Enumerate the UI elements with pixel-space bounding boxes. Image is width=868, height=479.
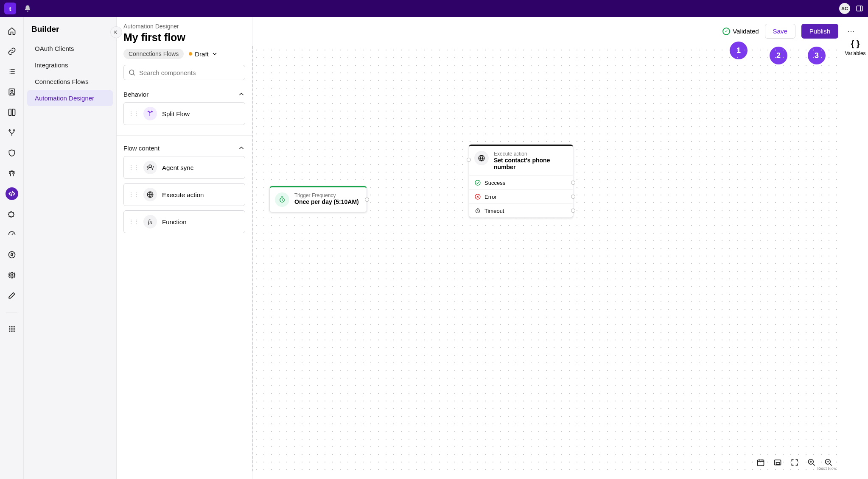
canvas-area: ✓ Validated Save Publish ⋯ 1 2 3 { } Var…	[252, 17, 868, 479]
component-label: Agent sync	[162, 164, 193, 171]
svg-rect-8	[13, 326, 14, 327]
calendar-icon[interactable]	[756, 458, 765, 467]
rail-merge-icon[interactable]	[6, 126, 18, 139]
component-label: Function	[162, 218, 187, 226]
save-button[interactable]: Save	[765, 24, 795, 39]
collapse-sidebar-button[interactable]	[110, 26, 122, 38]
svg-rect-13	[11, 331, 12, 332]
outcome-label: Success	[484, 180, 505, 186]
outcome-success[interactable]: Success	[469, 175, 573, 189]
sidebar-item-label: Integrations	[35, 61, 68, 69]
chevron-up-icon	[238, 90, 245, 98]
fullscreen-icon[interactable]	[790, 458, 799, 467]
variables-button[interactable]: { } Variables	[843, 39, 868, 56]
sidebar: Builder OAuth Clients Integrations Conne…	[24, 17, 117, 479]
node-trigger[interactable]: Trigger Frequency Once per day (5:10AM)	[269, 186, 367, 212]
rail-book-icon[interactable]	[6, 106, 18, 119]
status-dropdown[interactable]: Draft	[189, 50, 218, 58]
icon-rail	[0, 17, 24, 479]
avatar-initials: AC	[841, 6, 848, 11]
svg-point-15	[129, 70, 134, 75]
node-action[interactable]: Execute action Set contact's phone numbe…	[469, 145, 573, 218]
top-bar: t AC	[0, 0, 868, 17]
output-handle[interactable]	[571, 195, 575, 199]
edges-layer	[252, 46, 380, 110]
svg-point-4	[8, 252, 15, 258]
section-title: Behavior	[123, 91, 148, 98]
panel-toggle-icon[interactable]	[855, 4, 864, 13]
rail-list-icon[interactable]	[6, 65, 18, 78]
drag-handle-icon[interactable]: ⋮⋮	[128, 191, 138, 198]
globe-icon	[143, 188, 157, 201]
svg-rect-7	[11, 326, 12, 327]
app-logo[interactable]: t	[4, 3, 16, 14]
drag-handle-icon[interactable]: ⋮⋮	[128, 110, 138, 117]
sidebar-item-oauth[interactable]: OAuth Clients	[27, 41, 113, 56]
rail-link-icon[interactable]	[6, 45, 18, 58]
x-circle-icon	[474, 193, 481, 200]
outcome-timeout[interactable]: Timeout	[469, 203, 573, 217]
section-divider	[117, 135, 252, 136]
component-function[interactable]: ⋮⋮ fx Function	[123, 210, 245, 233]
rail-compass-icon[interactable]	[6, 248, 18, 261]
rail-gauge-icon[interactable]	[6, 228, 18, 241]
drag-handle-icon[interactable]: ⋮⋮	[128, 218, 138, 225]
rail-shield-icon[interactable]	[6, 147, 18, 159]
sidebar-item-automation[interactable]: Automation Designer	[27, 90, 113, 106]
stopwatch-icon	[474, 207, 481, 214]
rail-apps-icon[interactable]	[6, 323, 18, 335]
input-handle[interactable]	[467, 158, 471, 162]
rail-code-icon[interactable]	[6, 187, 18, 200]
svg-point-16	[149, 165, 151, 167]
flow-type-chip: Connections Flows	[123, 49, 184, 59]
rail-home-icon[interactable]	[6, 25, 18, 37]
zoom-in-icon[interactable]	[807, 458, 816, 467]
canvas-toolbar: ✓ Validated Save Publish ⋯ 1 2 3	[252, 17, 868, 39]
component-split-flow[interactable]: ⋮⋮ Split Flow	[123, 102, 245, 125]
more-menu-button[interactable]: ⋯	[844, 25, 858, 38]
drag-handle-icon[interactable]: ⋮⋮	[128, 164, 138, 171]
node-title: Once per day (5:10AM)	[294, 198, 359, 205]
search-input[interactable]	[139, 69, 241, 76]
fit-view-icon[interactable]	[773, 458, 782, 467]
chevron-up-icon	[238, 144, 245, 152]
section-behavior-header[interactable]: Behavior	[123, 90, 245, 98]
svg-rect-12	[9, 331, 10, 332]
sidebar-title: Builder	[24, 25, 116, 40]
sidebar-item-connections[interactable]: Connections Flows	[27, 74, 113, 89]
search-box[interactable]	[123, 65, 245, 80]
svg-rect-9	[9, 329, 10, 330]
output-handle[interactable]	[365, 198, 369, 202]
outcome-error[interactable]: Error	[469, 189, 573, 203]
section-content-header[interactable]: Flow content	[123, 144, 245, 152]
publish-button[interactable]: Publish	[801, 24, 838, 39]
output-handle[interactable]	[571, 181, 575, 185]
canvas-guide-line	[252, 46, 253, 471]
rail-contact-icon[interactable]	[6, 86, 18, 98]
avatar[interactable]: AC	[839, 3, 850, 14]
globe-icon	[474, 151, 489, 165]
rail-gear-icon[interactable]	[6, 269, 18, 281]
sidebar-item-integrations[interactable]: Integrations	[27, 57, 113, 73]
braces-icon: { }	[851, 39, 860, 49]
check-circle-icon: ✓	[722, 28, 730, 35]
output-handle[interactable]	[571, 209, 575, 213]
bell-icon[interactable]	[24, 5, 31, 12]
node-caption: Execute action	[494, 151, 568, 157]
rail-edit-icon[interactable]	[6, 289, 18, 302]
component-agent-sync[interactable]: ⋮⋮ Agent sync	[123, 156, 245, 179]
rail-puzzle-icon[interactable]	[6, 208, 18, 220]
validated-label: Validated	[733, 28, 759, 35]
rail-fingerprint-icon[interactable]	[6, 167, 18, 180]
breadcrumb: Automation Designer	[123, 23, 245, 30]
svg-rect-14	[13, 331, 14, 332]
sidebar-item-label: OAuth Clients	[35, 45, 74, 52]
component-execute-action[interactable]: ⋮⋮ Execute action	[123, 183, 245, 206]
validated-status: ✓ Validated	[722, 28, 759, 35]
svg-rect-26	[776, 462, 780, 464]
section-title: Flow content	[123, 145, 160, 152]
svg-rect-0	[857, 6, 862, 11]
component-label: Split Flow	[162, 110, 190, 117]
flow-canvas[interactable]: Trigger Frequency Once per day (5:10AM) …	[252, 46, 838, 471]
check-circle-icon	[474, 179, 481, 186]
